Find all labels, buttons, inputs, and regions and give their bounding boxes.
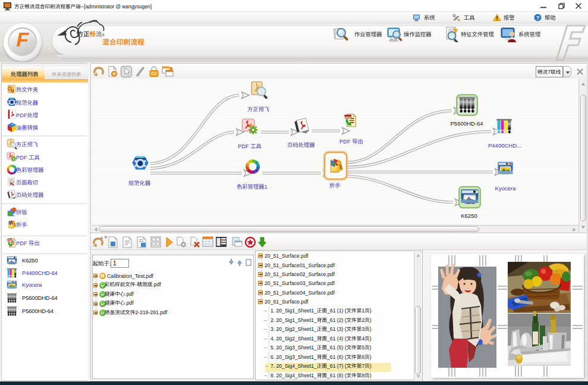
svg-text:): ) [370, 317, 372, 323]
svg-text:.pdf: .pdf [152, 281, 161, 287]
svg-text:1: 1 [361, 308, 364, 314]
svg-text:8: 8 [361, 373, 364, 378]
svg-text:PDF: PDF [16, 240, 29, 246]
svg-text:2. 20_Sig1_Sheet1_: 2. 20_Sig1_Sheet1_ [271, 317, 317, 323]
svg-text:.pdf: .pdf [125, 300, 134, 306]
svg-text:--[administrator @ wangyougen]: --[administrator @ wangyougen] [81, 4, 152, 10]
svg-text:3: 3 [361, 326, 364, 332]
svg-text:_61 (4) (: _61 (4) ( [326, 336, 347, 342]
svg-text:PDF: PDF [339, 139, 352, 145]
svg-text:8. 20_Sig4_Sheet1_: 8. 20_Sig4_Sheet1_ [271, 373, 317, 378]
svg-text:_61 (3) (: _61 (3) ( [326, 326, 347, 332]
svg-text:4. 20_Sig2_Sheet1_: 4. 20_Sig2_Sheet1_ [271, 336, 317, 342]
svg-text:_61 (8) (: _61 (8) ( [326, 373, 347, 378]
svg-text:PDF: PDF [238, 143, 250, 149]
svg-text:3. 20_Sig2_Sheet1_: 3. 20_Sig2_Sheet1_ [271, 326, 317, 332]
svg-text:7: 7 [361, 363, 364, 369]
svg-text:1. 20_Sig1_Sheet1_: 1. 20_Sig1_Sheet1_ [271, 308, 317, 314]
svg-text:_61 (2) (: _61 (2) ( [326, 317, 347, 323]
svg-text:): ) [370, 345, 372, 350]
svg-text:-: - [136, 281, 137, 287]
svg-text:7. 20_Sig4_Sheet1_: 7. 20_Sig4_Sheet1_ [271, 363, 317, 369]
svg-text:_61 (7) (: _61 (7) ( [326, 363, 347, 369]
svg-text:5: 5 [361, 345, 364, 350]
svg-text:7: 7 [548, 69, 551, 75]
svg-text:2-216-291.pdf: 2-216-291.pdf [136, 309, 168, 315]
svg-text:2: 2 [361, 317, 364, 323]
svg-text:1: 1 [264, 184, 267, 190]
svg-text:4: 4 [361, 336, 364, 342]
svg-text:): ) [370, 336, 372, 342]
svg-text:): ) [370, 354, 372, 360]
svg-text:): ) [370, 326, 372, 332]
svg-text:6: 6 [361, 354, 364, 360]
svg-text:PDF: PDF [16, 155, 29, 161]
svg-text:): ) [370, 308, 372, 314]
svg-text:®: ® [102, 33, 105, 37]
svg-text:PDF: PDF [16, 112, 27, 118]
svg-text::: : [109, 261, 111, 267]
svg-text:?: ? [536, 15, 540, 21]
svg-text:.pdf: .pdf [125, 291, 134, 297]
svg-text:_61 (5) (: _61 (5) ( [326, 345, 347, 350]
svg-text:_61 (6) (: _61 (6) ( [326, 354, 347, 360]
svg-text:_61 (1) (: _61 (1) ( [326, 308, 347, 314]
svg-text:): ) [370, 373, 372, 378]
svg-text:5. 20_Sig3_Sheet1_: 5. 20_Sig3_Sheet1_ [271, 345, 317, 350]
svg-text:): ) [370, 363, 372, 369]
svg-text:6. 20_Sig3_Sheet1_: 6. 20_Sig3_Sheet1_ [271, 354, 317, 360]
